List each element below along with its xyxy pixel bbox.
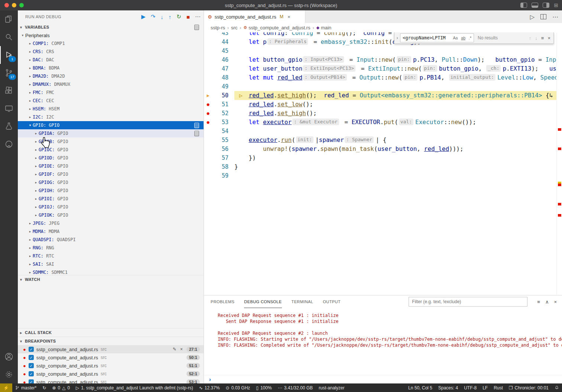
view-binary-icon[interactable] xyxy=(194,131,199,136)
status-eol[interactable]: LF xyxy=(480,383,491,392)
variable-row-i2c[interactable]: ▸I2C: I2C xyxy=(18,113,204,121)
status-git-branch[interactable]: master* xyxy=(12,383,39,392)
code-line-49[interactable]: 49 xyxy=(204,82,557,91)
variable-row-dma2d[interactable]: ▸DMA2D: DMA2D xyxy=(18,72,204,80)
variable-row-cec[interactable]: ▸CEC: CEC xyxy=(18,97,204,105)
whole-word-icon[interactable]: ab xyxy=(460,35,467,41)
restart-icon[interactable]: ↻ xyxy=(176,13,181,20)
variable-row-bdma[interactable]: ▸BDMA: BDMA xyxy=(18,64,204,72)
breakpoint-checkbox[interactable]: ✓ xyxy=(29,355,34,360)
breakpoint-checkbox[interactable]: ✓ xyxy=(29,363,34,368)
status-cpu-usage[interactable]: ∿12.37% xyxy=(196,383,223,392)
console-filter-input[interactable] xyxy=(409,297,527,307)
status-notifications[interactable] xyxy=(552,383,562,392)
activity-explorer-icon[interactable] xyxy=(0,10,18,28)
match-case-icon[interactable]: Aa xyxy=(452,35,459,41)
panel-tab-debug-console[interactable]: DEBUG CONSOLE xyxy=(244,295,282,308)
code-line-45[interactable]: 45 xyxy=(204,46,557,55)
tab-sstp-compute-and-adjust[interactable]: ⚙ sstp_compute_and_adjust.rs M × xyxy=(204,10,305,23)
panel-tab-terminal[interactable]: TERMINAL xyxy=(292,295,314,308)
variables-section-header[interactable]: ▾ VARIABLES xyxy=(18,23,204,31)
more-actions-icon[interactable]: ⋯ xyxy=(552,13,558,20)
breakpoint-row-53-1[interactable]: ●✓sstp_compute_and_adjust.rssrc53:1 xyxy=(18,378,204,383)
variable-row-peripherals[interactable]: ▾Peripherals xyxy=(18,31,204,39)
status-sync[interactable]: ↻ xyxy=(39,383,49,392)
activity-source-control-icon[interactable]: 17 xyxy=(0,64,18,82)
variable-row-gpiog[interactable]: ▸GPIOG: GPIO xyxy=(18,178,204,187)
edit-breakpoint-icon[interactable]: ✎ xyxy=(173,347,176,352)
panel-tab-output[interactable]: OUTPUT xyxy=(323,295,341,308)
view-binary-icon[interactable] xyxy=(194,123,199,128)
code-line-51[interactable]: ●51 red_led.set_low(); xyxy=(204,100,557,109)
maximize-panel-icon[interactable]: ∧ xyxy=(545,299,549,305)
watch-section-header[interactable]: ▾ WATCH xyxy=(18,275,204,284)
next-match-icon[interactable]: ↓ xyxy=(535,35,537,41)
variable-row-sai[interactable]: ▸SAI: SAI xyxy=(18,260,204,268)
toggle-replace-icon[interactable]: › xyxy=(394,35,400,41)
activity-settings-icon[interactable] xyxy=(0,366,18,383)
variable-row-comp1[interactable]: ▸COMP1: COMP1 xyxy=(18,39,204,48)
find-in-selection-icon[interactable]: ≡ xyxy=(541,35,544,41)
debug-console-input[interactable]: › xyxy=(204,375,562,383)
breakpoint-row-50-1[interactable]: ●✓sstp_compute_and_adjust.rssrc50:1 xyxy=(18,353,204,362)
close-panel-icon[interactable]: × xyxy=(554,299,557,305)
code-line-52[interactable]: ●52 red_led.set_high(); xyxy=(204,109,557,118)
breakpoint-indicator[interactable]: ● xyxy=(204,102,212,107)
call-stack-section-header[interactable]: ▸ CALL STACK xyxy=(18,328,204,337)
view-source-icon[interactable] xyxy=(194,25,199,30)
toggle-secondary-sidebar-icon[interactable] xyxy=(543,3,549,8)
status-cpu-frequency[interactable]: ⊙0.03 GHz xyxy=(223,383,253,392)
status-cursor-position[interactable]: Ln 50, Col 5 xyxy=(405,383,435,392)
code-line-50[interactable]: ▶50▷ red_led.set_high(); red_led = Outpu… xyxy=(204,91,557,100)
variable-row-gpioh[interactable]: ▸GPIOH: GPIO xyxy=(18,187,204,195)
variable-row-gpiok[interactable]: ▸GPIOK: GPIO xyxy=(18,211,204,219)
variable-row-fmc[interactable]: ▸FMC: FMC xyxy=(18,88,204,97)
variable-row-sdmmc[interactable]: ▸SDMMC: SDMMC1 xyxy=(18,268,204,275)
variable-row-mdma[interactable]: ▸MDMA: MDMA xyxy=(18,227,204,236)
breakpoint-checkbox[interactable]: ✓ xyxy=(29,371,34,376)
variable-row-rtc[interactable]: ▸RTC: RTC xyxy=(18,252,204,260)
status-chronicler[interactable]: ❐Chronicler: 00:01 xyxy=(506,383,552,392)
breakpoint-indicator[interactable]: ● xyxy=(204,120,212,125)
find-input[interactable] xyxy=(403,35,451,41)
activity-remote-explorer-icon[interactable] xyxy=(0,100,18,117)
variable-row-gpiob[interactable]: ▸GPIOB: GPIO xyxy=(18,137,204,146)
code-line-55[interactable]: 55 executor.run(init:|spawner: Spawner| … xyxy=(204,136,557,145)
status-debug-launch[interactable]: ▷1. sstp_compute_and_adjust Launch with … xyxy=(73,383,196,392)
variable-row-gpio[interactable]: ▾GPIO: GPIO xyxy=(18,121,204,129)
activity-testing-icon[interactable] xyxy=(0,117,18,135)
variable-row-gpioa[interactable]: ▸GPIOA: GPIO xyxy=(18,129,204,137)
breadcrumb-item[interactable]: src xyxy=(231,25,237,30)
code-line-47[interactable]: 47 let user_button: ExtiInput<PC13> = Ex… xyxy=(204,64,557,73)
breakpoint-row-27-1[interactable]: ●✓sstp_compute_and_adjust.rssrc✎×27:1 xyxy=(18,345,204,353)
variable-row-gpioe[interactable]: ▸GPIOE: GPIO xyxy=(18,162,204,170)
code-line-59[interactable]: 59 xyxy=(204,171,557,180)
variable-row-crs[interactable]: ▸CRS: CRS xyxy=(18,48,204,56)
breakpoints-section-header[interactable]: ▾ BREAKPOINTS xyxy=(18,337,204,345)
status-remote[interactable]: ⚡ xyxy=(0,383,12,392)
status-language-mode[interactable]: Rust xyxy=(491,383,506,392)
panel-tab-problems[interactable]: PROBLEMS xyxy=(211,295,234,308)
code-line-54[interactable]: 54 xyxy=(204,127,557,136)
step-out-icon[interactable]: ↑ xyxy=(169,14,172,20)
step-into-icon[interactable]: ↓ xyxy=(160,14,163,20)
toggle-primary-sidebar-icon[interactable] xyxy=(520,3,527,8)
previous-match-icon[interactable]: ↑ xyxy=(529,35,532,41)
variable-row-gpiod[interactable]: ▸GPIOD: GPIO xyxy=(18,154,204,162)
variable-row-hsem[interactable]: ▸HSEM: HSEM xyxy=(18,105,204,113)
activity-search-icon[interactable] xyxy=(0,28,18,46)
code-editor[interactable]: 43 let config: Config = config(); config… xyxy=(204,32,562,295)
close-find-icon[interactable]: × xyxy=(548,35,550,41)
regex-icon[interactable]: .* xyxy=(468,35,472,41)
breakpoint-indicator[interactable]: ● xyxy=(204,111,212,116)
current-statement-icon[interactable]: ▶ xyxy=(204,93,212,98)
close-window-button[interactable] xyxy=(4,3,9,7)
code-line-58[interactable]: 58} xyxy=(204,162,557,171)
activity-run-debug-icon[interactable]: 1 xyxy=(0,46,18,64)
status-encoding[interactable]: UTF-8 xyxy=(461,383,480,392)
variable-row-jpeg[interactable]: ▸JPEG: JPEG xyxy=(18,219,204,227)
code-line-57[interactable]: 57 }) xyxy=(204,153,557,162)
breakpoint-row-52-1[interactable]: ●✓sstp_compute_and_adjust.rssrc52:1 xyxy=(18,370,204,378)
activity-extensions-icon[interactable] xyxy=(0,82,18,100)
step-over-icon[interactable]: ↷ xyxy=(151,13,156,20)
